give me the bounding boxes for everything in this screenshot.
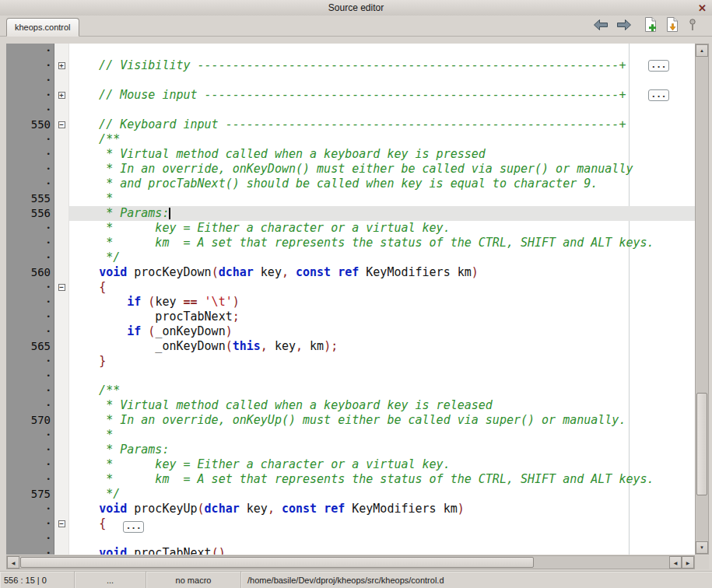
fold-margin (54, 206, 69, 221)
code-line[interactable]: • * In an override, onKeyDown() must eit… (6, 162, 695, 177)
code-text[interactable]: {... (69, 516, 695, 531)
code-text[interactable]: /** (69, 132, 695, 147)
code-editor[interactable]: ••+ // Visibility ----------------------… (6, 44, 695, 555)
code-line[interactable]: 575 */ (6, 487, 695, 502)
code-line[interactable]: 550− // Keyboard input -----------------… (6, 117, 695, 132)
caret-position: 556 : 15 | 0 (0, 572, 75, 588)
code-line[interactable]: 556 * Params: (6, 206, 695, 221)
code-text[interactable]: * Virtual method called when a keyboard … (69, 398, 695, 413)
code-line[interactable]: •− {... (6, 516, 695, 531)
code-line[interactable]: • void procKeyUp(dchar key, const ref Ke… (6, 502, 695, 516)
code-text[interactable]: // Mouse input -------------------------… (69, 88, 695, 103)
code-line[interactable]: • (6, 369, 695, 383)
code-line[interactable]: • (6, 531, 695, 546)
horizontal-scrollbar[interactable]: ◀ ◀ ▶ (6, 555, 695, 569)
detach-button[interactable] (686, 18, 700, 34)
code-text[interactable]: */ (69, 487, 695, 502)
code-line[interactable]: • } (6, 354, 695, 369)
code-text[interactable] (69, 73, 695, 88)
code-line[interactable]: • /** (6, 383, 695, 398)
scroll-left-button[interactable]: ◀ (7, 556, 19, 569)
code-line[interactable]: • * key = Either a character or a virtua… (6, 457, 695, 472)
save-document-button[interactable] (663, 18, 682, 34)
code-line[interactable]: • * Virtual method called when a keyboar… (6, 147, 695, 162)
code-line[interactable]: • * key = Either a character or a virtua… (6, 221, 695, 236)
code-text[interactable]: * In an override, onKeyDown() must eithe… (69, 162, 695, 177)
scroll-right-button[interactable]: ▶ (682, 556, 694, 569)
fold-margin (54, 354, 69, 369)
code-text[interactable]: * In an override, onKeyUp() must either … (69, 413, 695, 428)
code-line[interactable]: • * Virtual method called when a keyboar… (6, 398, 695, 413)
back-button[interactable] (591, 18, 610, 34)
code-text[interactable] (69, 103, 695, 117)
code-text[interactable]: * (69, 191, 695, 206)
code-line[interactable]: • * km = A set that represents the statu… (6, 472, 695, 487)
code-text[interactable] (69, 369, 695, 383)
vertical-scrollbar[interactable]: ▲ ▼ (695, 44, 709, 555)
folded-code-ellipsis[interactable]: ... (648, 60, 669, 72)
code-text[interactable]: _onKeyDown(this, key, km); (69, 339, 695, 354)
code-line[interactable]: • (6, 44, 695, 58)
code-text[interactable]: { (69, 280, 695, 295)
code-text[interactable]: if (_onKeyDown) (69, 324, 695, 339)
code-text[interactable]: void procTabNext() (69, 546, 695, 555)
fold-toggle[interactable]: − (58, 121, 65, 128)
code-text[interactable]: // Keyboard input ----------------------… (69, 117, 695, 132)
fold-toggle[interactable]: − (58, 284, 65, 291)
code-line[interactable]: • procTabNext; (6, 310, 695, 324)
code-line[interactable]: 555 * (6, 191, 695, 206)
code-line[interactable]: •+ // Visibility -----------------------… (6, 58, 695, 73)
code-text[interactable]: if (key == '\t') (69, 295, 695, 310)
code-text[interactable]: * (69, 428, 695, 443)
code-line[interactable]: • * and procTabNext() should be called w… (6, 177, 695, 191)
scroll-left-button-2[interactable]: ◀ (669, 556, 682, 569)
code-text[interactable]: void procKeyUp(dchar key, const ref KeyM… (69, 502, 695, 516)
code-line[interactable]: •+ // Mouse input ----------------------… (6, 88, 695, 103)
code-line[interactable]: 565 _onKeyDown(this, key, km); (6, 339, 695, 354)
code-line[interactable]: • */ (6, 250, 695, 265)
code-text[interactable]: * Virtual method called when a keyboard … (69, 147, 695, 162)
scroll-up-button[interactable]: ▲ (696, 44, 708, 57)
code-text[interactable]: */ (69, 250, 695, 265)
status-dots: ... (75, 572, 146, 588)
code-line[interactable]: • void procTabNext() (6, 546, 695, 555)
code-line[interactable]: • * km = A set that represents the statu… (6, 236, 695, 250)
code-line[interactable]: 570 * In an override, onKeyUp() must eit… (6, 413, 695, 428)
code-line[interactable]: • (6, 73, 695, 88)
code-text[interactable]: * key = Either a character or a virtual … (69, 221, 695, 236)
code-text[interactable] (69, 44, 695, 58)
code-text[interactable]: procTabNext; (69, 310, 695, 324)
code-line[interactable]: • (6, 103, 695, 117)
scroll-down-button[interactable]: ▼ (696, 541, 708, 554)
code-line[interactable]: • /** (6, 132, 695, 147)
code-text[interactable]: // Visibility --------------------------… (69, 58, 695, 73)
code-line[interactable]: •− { (6, 280, 695, 295)
code-line[interactable]: • * Params: (6, 443, 695, 457)
close-icon[interactable]: ✕ (698, 2, 707, 14)
folded-code-ellipsis[interactable]: ... (648, 89, 669, 101)
window-titlebar[interactable]: Source editor ✕ (0, 0, 712, 16)
code-line[interactable]: • if (key == '\t') (6, 295, 695, 310)
code-text[interactable]: * km = A set that represents the status … (69, 472, 695, 487)
code-text[interactable]: /** (69, 383, 695, 398)
code-text[interactable]: } (69, 354, 695, 369)
code-line[interactable]: • if (_onKeyDown) (6, 324, 695, 339)
code-text[interactable]: * Params: (69, 206, 695, 221)
code-line[interactable]: • * (6, 428, 695, 443)
code-text[interactable]: * key = Either a character or a virtual … (69, 457, 695, 472)
vertical-scrollbar-thumb[interactable] (696, 393, 707, 495)
horizontal-scrollbar-thumb[interactable] (20, 557, 534, 568)
code-text[interactable]: void procKeyDown(dchar key, const ref Ke… (69, 265, 695, 280)
fold-toggle[interactable]: + (58, 92, 65, 99)
code-text[interactable]: * and procTabNext() should be called whe… (69, 177, 695, 191)
code-line[interactable]: 560 void procKeyDown(dchar key, const re… (6, 265, 695, 280)
code-text[interactable]: * Params: (69, 443, 695, 457)
code-text[interactable]: * km = A set that represents the status … (69, 236, 695, 250)
fold-toggle[interactable]: − (58, 520, 65, 527)
fold-toggle[interactable]: + (58, 62, 65, 69)
forward-button[interactable] (615, 18, 633, 34)
code-text[interactable] (69, 531, 695, 546)
new-document-button[interactable] (641, 18, 660, 34)
source-editor-window: Source editor ✕ kheops.control ••+ // Vi… (0, 0, 712, 588)
tab-kheops-control[interactable]: kheops.control (6, 18, 79, 37)
